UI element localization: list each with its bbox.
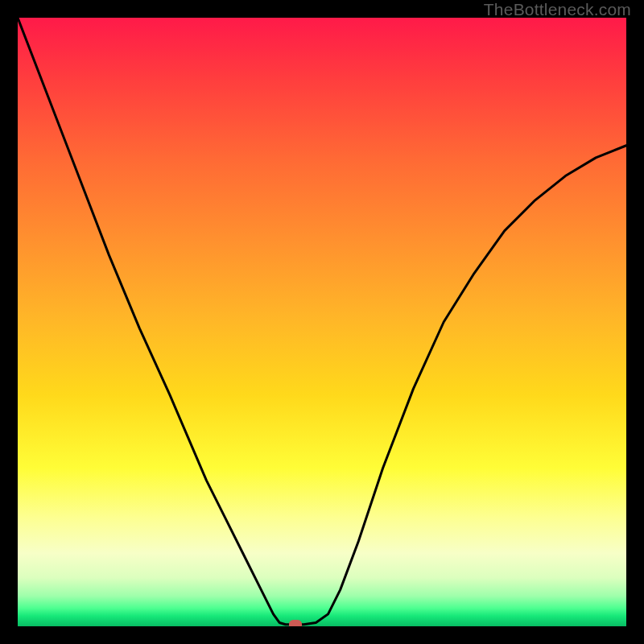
optimal-point-marker [289, 620, 302, 626]
watermark-text: TheBottleneck.com [484, 0, 631, 19]
curve-svg [18, 18, 626, 626]
bottleneck-curve [18, 18, 626, 625]
plot-area [18, 18, 626, 626]
chart-frame: TheBottleneck.com [0, 0, 644, 644]
